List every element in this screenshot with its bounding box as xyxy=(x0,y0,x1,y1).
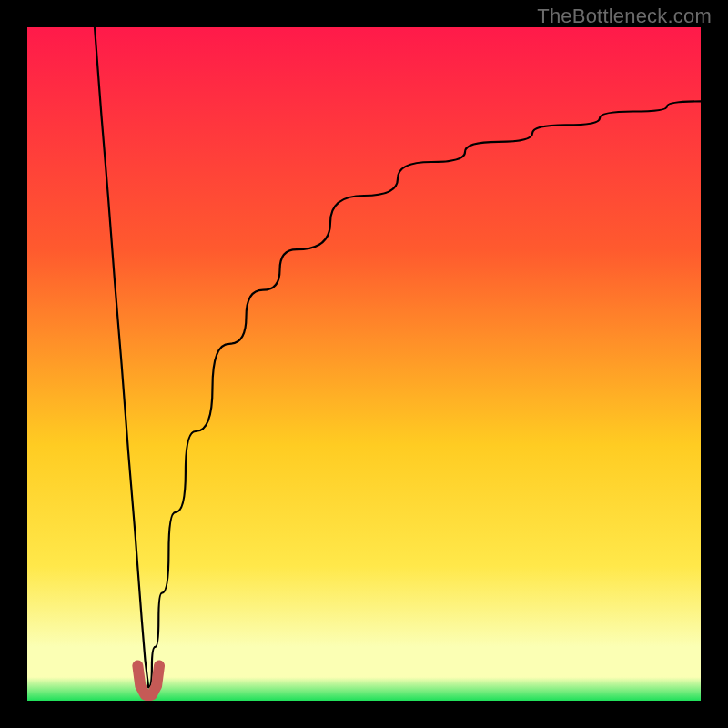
frame: TheBottleneck.com xyxy=(0,0,728,728)
gradient-bg xyxy=(27,27,701,701)
bottleneck-chart xyxy=(27,27,701,701)
plot-area xyxy=(27,27,701,701)
watermark-text: TheBottleneck.com xyxy=(537,5,712,28)
